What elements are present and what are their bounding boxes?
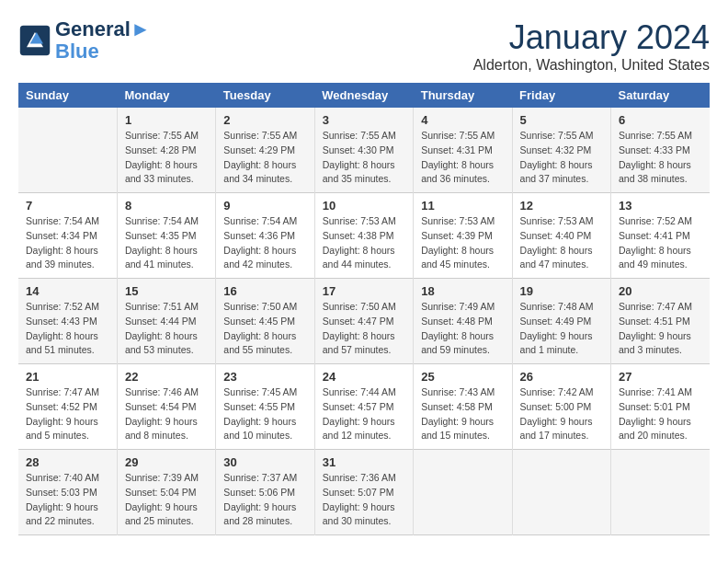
sunset: Sunset: 4:29 PM [223,144,295,155]
sunset: Sunset: 4:28 PM [125,144,197,155]
sunrise: Sunrise: 7:55 AM [125,130,199,141]
day-info: Sunrise: 7:48 AM Sunset: 4:49 PM Dayligh… [520,300,603,358]
day-info: Sunrise: 7:53 AM Sunset: 4:40 PM Dayligh… [520,214,603,272]
calendar-cell [414,450,512,535]
sunset: Sunset: 4:48 PM [421,316,493,327]
day-number: 17 [323,284,405,298]
day-number: 2 [223,113,306,127]
sunrise: Sunrise: 7:36 AM [323,472,396,483]
sunrise: Sunrise: 7:52 AM [619,215,692,226]
sunrise: Sunrise: 7:55 AM [619,130,692,141]
day-number: 30 [223,455,306,469]
sunrise: Sunrise: 7:45 AM [223,386,297,397]
sunrise: Sunrise: 7:47 AM [619,301,692,312]
day-number: 4 [421,113,504,127]
calendar-cell: 15 Sunrise: 7:51 AM Sunset: 4:44 PM Dayl… [117,279,215,364]
calendar-cell: 23 Sunrise: 7:45 AM Sunset: 4:55 PM Dayl… [216,364,314,450]
daylight: Daylight: 8 hours and 55 minutes. [223,330,296,356]
sunset: Sunset: 4:52 PM [26,401,97,412]
calendar-cell: 7 Sunrise: 7:54 AM Sunset: 4:34 PM Dayli… [18,193,117,279]
sunrise: Sunrise: 7:49 AM [421,301,495,312]
sunset: Sunset: 4:51 PM [619,316,690,327]
calendar-cell: 20 Sunrise: 7:47 AM Sunset: 4:51 PM Dayl… [611,279,710,364]
daylight: Daylight: 8 hours and 49 minutes. [619,245,691,270]
calendar-cell: 25 Sunrise: 7:43 AM Sunset: 4:58 PM Dayl… [414,364,512,450]
day-number: 10 [323,199,405,213]
header-wednesday: Wednesday [314,83,413,108]
day-number: 26 [520,370,603,384]
daylight: Daylight: 9 hours and 30 minutes. [323,501,395,527]
logo-icon [18,24,51,57]
daylight: Daylight: 8 hours and 53 minutes. [125,330,198,356]
sunset: Sunset: 5:01 PM [619,401,690,412]
sunset: Sunset: 4:45 PM [223,316,295,327]
daylight: Daylight: 8 hours and 59 minutes. [421,330,494,356]
day-number: 7 [26,199,109,213]
title-area: January 2024 Alderton, Washington, Unite… [473,18,710,74]
sunrise: Sunrise: 7:46 AM [125,386,199,397]
sunrise: Sunrise: 7:53 AM [421,215,495,226]
daylight: Daylight: 9 hours and 22 minutes. [26,501,98,527]
day-number: 14 [26,284,109,298]
sunrise: Sunrise: 7:48 AM [520,301,594,312]
day-info: Sunrise: 7:39 AM Sunset: 5:04 PM Dayligh… [125,471,208,529]
sunrise: Sunrise: 7:43 AM [421,386,495,397]
day-info: Sunrise: 7:49 AM Sunset: 4:48 PM Dayligh… [421,300,504,358]
day-number: 15 [125,284,208,298]
sunset: Sunset: 4:41 PM [619,230,690,241]
calendar-week-row: 14 Sunrise: 7:52 AM Sunset: 4:43 PM Dayl… [18,279,710,364]
sunrise: Sunrise: 7:44 AM [323,386,396,397]
daylight: Daylight: 8 hours and 57 minutes. [323,330,395,356]
calendar-cell [512,450,610,535]
calendar-cell: 16 Sunrise: 7:50 AM Sunset: 4:45 PM Dayl… [216,279,314,364]
daylight: Daylight: 8 hours and 34 minutes. [223,159,296,185]
header: General► Blue January 2024 Alderton, Was… [18,18,710,74]
sunrise: Sunrise: 7:50 AM [323,301,396,312]
day-info: Sunrise: 7:55 AM Sunset: 4:33 PM Dayligh… [619,129,702,187]
sunrise: Sunrise: 7:41 AM [619,386,692,397]
daylight: Daylight: 9 hours and 28 minutes. [223,501,296,527]
calendar-cell: 30 Sunrise: 7:37 AM Sunset: 5:06 PM Dayl… [216,450,314,535]
daylight: Daylight: 8 hours and 39 minutes. [26,245,98,270]
weekday-header-row: Sunday Monday Tuesday Wednesday Thursday… [18,83,710,108]
day-info: Sunrise: 7:54 AM Sunset: 4:34 PM Dayligh… [26,214,109,272]
day-info: Sunrise: 7:54 AM Sunset: 4:35 PM Dayligh… [125,214,208,272]
header-thursday: Thursday [414,83,512,108]
sunset: Sunset: 4:30 PM [323,144,394,155]
sunrise: Sunrise: 7:50 AM [223,301,297,312]
daylight: Daylight: 8 hours and 41 minutes. [125,245,198,270]
daylight: Daylight: 9 hours and 1 minute. [520,330,593,356]
daylight: Daylight: 8 hours and 42 minutes. [223,245,296,270]
sunrise: Sunrise: 7:55 AM [421,130,495,141]
calendar-cell: 11 Sunrise: 7:53 AM Sunset: 4:39 PM Dayl… [414,193,512,279]
day-number: 11 [421,199,504,213]
sunset: Sunset: 4:34 PM [26,230,97,241]
sunset: Sunset: 5:07 PM [323,487,394,498]
day-number: 19 [520,284,603,298]
sunrise: Sunrise: 7:54 AM [223,215,297,226]
daylight: Daylight: 8 hours and 38 minutes. [619,159,691,185]
sunrise: Sunrise: 7:40 AM [26,472,99,483]
daylight: Daylight: 9 hours and 20 minutes. [619,416,691,442]
day-number: 28 [26,455,109,469]
sunset: Sunset: 4:44 PM [125,316,197,327]
day-number: 9 [223,199,306,213]
day-number: 16 [223,284,306,298]
day-number: 22 [125,370,208,384]
day-number: 25 [421,370,504,384]
sunset: Sunset: 5:00 PM [520,401,592,412]
sunset: Sunset: 4:32 PM [520,144,592,155]
calendar-cell: 2 Sunrise: 7:55 AM Sunset: 4:29 PM Dayli… [216,108,314,193]
calendar-subtitle: Alderton, Washington, United States [473,57,710,74]
sunrise: Sunrise: 7:54 AM [26,215,99,226]
day-info: Sunrise: 7:50 AM Sunset: 4:45 PM Dayligh… [223,300,306,358]
day-info: Sunrise: 7:40 AM Sunset: 5:03 PM Dayligh… [26,471,109,529]
calendar-cell: 5 Sunrise: 7:55 AM Sunset: 4:32 PM Dayli… [512,108,610,193]
day-number: 18 [421,284,504,298]
day-info: Sunrise: 7:47 AM Sunset: 4:52 PM Dayligh… [26,385,109,443]
calendar-cell: 19 Sunrise: 7:48 AM Sunset: 4:49 PM Dayl… [512,279,610,364]
calendar-cell: 13 Sunrise: 7:52 AM Sunset: 4:41 PM Dayl… [611,193,710,279]
day-number: 6 [619,113,702,127]
sunset: Sunset: 4:39 PM [421,230,493,241]
calendar-cell: 21 Sunrise: 7:47 AM Sunset: 4:52 PM Dayl… [18,364,117,450]
